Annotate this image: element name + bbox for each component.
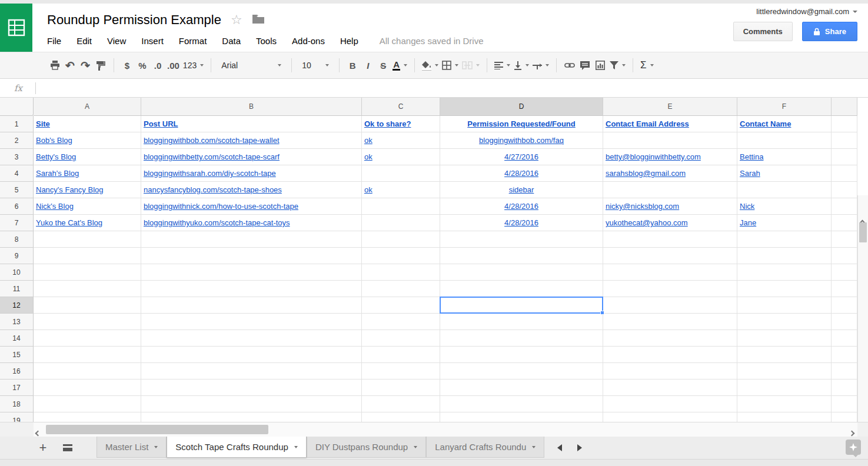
cell[interactable]: Bob's Blog: [34, 132, 141, 149]
cell-link[interactable]: yukothecat@yahoo.com: [606, 218, 688, 227]
cell[interactable]: Contact Name: [737, 116, 832, 132]
tab-scroll-left-button[interactable]: [557, 444, 562, 451]
cell[interactable]: [362, 330, 440, 347]
cell[interactable]: [832, 363, 857, 380]
cell[interactable]: Bettina: [737, 149, 832, 165]
cell[interactable]: [440, 396, 603, 412]
row-header-19[interactable]: 19: [0, 412, 34, 422]
cell[interactable]: [362, 363, 440, 380]
menu-item-file[interactable]: File: [47, 36, 61, 46]
cell-link[interactable]: ok: [364, 136, 373, 145]
horizontal-scrollbar[interactable]: [0, 422, 868, 437]
cell[interactable]: [34, 264, 141, 281]
cell-link[interactable]: bloggingwithbob.com/faq: [479, 136, 564, 145]
cell[interactable]: [34, 314, 141, 330]
cell[interactable]: sarahsblog@gmail.com: [603, 165, 737, 182]
cell[interactable]: [440, 363, 603, 380]
functions-button[interactable]: Σ: [638, 56, 656, 74]
cell[interactable]: [737, 264, 832, 281]
menu-item-format[interactable]: Format: [179, 36, 207, 46]
row-header-1[interactable]: 1: [0, 116, 34, 132]
cell[interactable]: [832, 182, 857, 198]
folder-icon[interactable]: [252, 14, 265, 26]
tab-scroll-right-button[interactable]: [577, 444, 582, 451]
cell[interactable]: [737, 182, 832, 198]
row-header-7[interactable]: 7: [0, 215, 34, 231]
vertical-scroll-thumb[interactable]: [859, 222, 867, 242]
cell-link[interactable]: bloggingwithbetty.com/scotch-tape-scarf: [144, 152, 280, 161]
cell-link[interactable]: Post URL: [144, 119, 178, 128]
cell[interactable]: [603, 231, 737, 248]
merge-cells-button[interactable]: [460, 56, 481, 74]
cell[interactable]: [832, 132, 857, 149]
cell-link[interactable]: bloggingwithnick.com/how-to-use-scotch-t…: [144, 202, 298, 211]
cell[interactable]: [440, 231, 603, 248]
cell-link[interactable]: Contact Name: [740, 119, 791, 128]
explore-button[interactable]: [846, 440, 861, 455]
chevron-down-icon[interactable]: [154, 446, 158, 448]
cell-link[interactable]: Sarah's Blog: [36, 169, 79, 178]
cell[interactable]: betty@blogginwithbetty.com: [603, 149, 737, 165]
cell[interactable]: bloggingwithbob.com/scotch-tape-wallet: [141, 132, 362, 149]
cell-link[interactable]: Ok to share?: [364, 119, 411, 128]
cell[interactable]: [362, 347, 440, 363]
account-menu[interactable]: littleredwindow@gmail.com: [756, 7, 857, 16]
cell[interactable]: [362, 314, 440, 330]
cell[interactable]: yukothecat@yahoo.com: [603, 215, 737, 231]
cell[interactable]: [737, 231, 832, 248]
cell-link[interactable]: bloggingwithbob.com/scotch-tape-wallet: [144, 136, 280, 145]
cell[interactable]: Sarah's Blog: [34, 165, 141, 182]
fill-handle[interactable]: [600, 311, 604, 315]
column-header-A[interactable]: A: [34, 98, 141, 116]
cell-link[interactable]: Permission Requested/Found: [467, 119, 575, 128]
cell[interactable]: [832, 264, 857, 281]
row-header-15[interactable]: 15: [0, 347, 34, 363]
cell[interactable]: bloggingwithbob.com/faq: [440, 132, 603, 149]
menu-item-view[interactable]: View: [107, 36, 126, 46]
cell[interactable]: [603, 330, 737, 347]
column-header-D[interactable]: D: [440, 98, 603, 116]
cell[interactable]: [603, 182, 737, 198]
cell[interactable]: [832, 149, 857, 165]
cell[interactable]: [603, 248, 737, 264]
cell[interactable]: [362, 215, 440, 231]
cell[interactable]: 4/28/2016: [440, 165, 603, 182]
cell[interactable]: [141, 231, 362, 248]
cell[interactable]: Nick: [737, 198, 832, 215]
cell[interactable]: [362, 380, 440, 396]
cell[interactable]: [832, 198, 857, 215]
cell-link[interactable]: betty@blogginwithbetty.com: [606, 152, 701, 161]
cell-link[interactable]: Nick's Blog: [36, 202, 74, 211]
font-size-select[interactable]: 10: [297, 56, 334, 74]
cell[interactable]: [603, 380, 737, 396]
cell[interactable]: [603, 363, 737, 380]
cell[interactable]: [737, 281, 832, 297]
cell-link[interactable]: 4/27/2016: [504, 152, 538, 161]
sheet-tab-lanyard-crafts-roundu[interactable]: Lanyard Crafts Roundu: [426, 437, 544, 458]
menu-item-help[interactable]: Help: [340, 36, 358, 46]
bold-button[interactable]: B: [345, 56, 360, 74]
cell[interactable]: [737, 314, 832, 330]
all-sheets-button[interactable]: [58, 437, 78, 459]
cell[interactable]: [603, 396, 737, 412]
cell[interactable]: [832, 330, 857, 347]
cell[interactable]: [362, 165, 440, 182]
filter-button[interactable]: [608, 56, 627, 74]
cell[interactable]: [737, 396, 832, 412]
cell[interactable]: [603, 281, 737, 297]
cell[interactable]: [440, 330, 603, 347]
decrease-decimal-button[interactable]: .0: [150, 56, 165, 74]
cell-link[interactable]: Site: [36, 119, 50, 128]
cell[interactable]: [603, 297, 737, 314]
cell[interactable]: [832, 412, 857, 422]
row-header-3[interactable]: 3: [0, 149, 34, 165]
increase-decimal-button[interactable]: .00: [165, 56, 181, 74]
cell[interactable]: [832, 314, 857, 330]
italic-button[interactable]: I: [360, 56, 375, 74]
paint-format-button[interactable]: [93, 56, 108, 74]
cell[interactable]: ok: [362, 132, 440, 149]
menu-item-edit[interactable]: Edit: [77, 36, 92, 46]
cell[interactable]: Nick's Blog: [34, 198, 141, 215]
cell-link[interactable]: Nancy's Fancy Blog: [36, 185, 103, 194]
strikethrough-button[interactable]: S: [375, 56, 391, 74]
